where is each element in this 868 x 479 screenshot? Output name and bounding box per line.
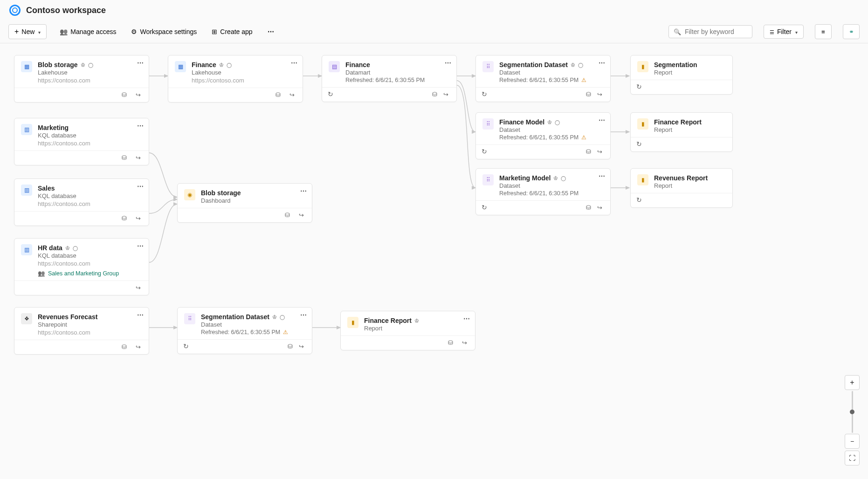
card-blob-dashboard[interactable]: ◉ Blob storage Dashboard (177, 183, 312, 223)
refresh-icon[interactable] (482, 90, 489, 98)
downstream-icon[interactable] (136, 91, 143, 98)
card-finance-report[interactable]: ▮ Finance Report Report (630, 112, 733, 152)
dataset-icon: ⠿ (482, 61, 494, 72)
refresh-icon[interactable] (482, 204, 489, 211)
impact-icon[interactable] (122, 214, 129, 222)
report-icon: ▮ (637, 174, 648, 185)
card-more-button[interactable] (463, 315, 470, 322)
card-revenues-forecast[interactable]: ❖ Revenues Forecast Sharepoint https://c… (14, 307, 149, 355)
downstream-icon[interactable] (136, 343, 143, 350)
impact-icon[interactable] (586, 148, 593, 155)
impact-icon[interactable] (122, 91, 129, 98)
certified-icon (414, 317, 419, 324)
card-url: https://contoso.com (38, 260, 142, 267)
card-segmentation-dataset-2[interactable]: ⠿ Segmentation Dataset Dataset Refreshed… (177, 307, 312, 354)
app-icon (212, 28, 217, 35)
card-finance-lakehouse[interactable]: ▦ Finance Lakehouse https://contoso.com (168, 55, 303, 103)
certified-icon (547, 119, 552, 125)
downstream-icon[interactable] (299, 342, 306, 350)
downstream-icon[interactable] (289, 91, 297, 98)
impact-icon[interactable] (432, 90, 440, 98)
refresh-icon[interactable] (328, 90, 335, 98)
manage-access-button[interactable]: Manage access (58, 25, 118, 38)
impact-icon[interactable] (586, 204, 593, 211)
card-more-button[interactable] (599, 116, 606, 124)
card-more-button[interactable] (137, 242, 144, 250)
card-segmentation-report[interactable]: ▮ Segmentation Report (630, 55, 733, 95)
refresh-icon[interactable] (183, 342, 191, 350)
workspace-settings-button[interactable]: Workspace settings (129, 25, 199, 38)
card-more-button[interactable] (291, 59, 298, 67)
card-more-button[interactable] (300, 187, 307, 195)
downstream-icon[interactable] (136, 214, 143, 222)
card-subtitle: KQL database (38, 252, 142, 259)
card-subtitle: Report (364, 325, 468, 332)
filter-button[interactable]: Filter (764, 25, 804, 39)
card-title: Blob storage (38, 61, 78, 68)
new-button[interactable]: New (8, 24, 47, 39)
card-url: https://contoso.com (38, 200, 142, 207)
downstream-icon[interactable] (136, 154, 143, 161)
zoom-thumb[interactable] (850, 410, 854, 414)
impact-icon[interactable] (122, 154, 129, 161)
downstream-icon[interactable] (597, 90, 605, 98)
zoom-in-button[interactable] (845, 375, 860, 390)
downstream-icon[interactable] (299, 211, 306, 219)
downstream-icon[interactable] (136, 284, 143, 291)
filter-input[interactable] (685, 28, 747, 35)
lineage-view-button[interactable] (843, 24, 860, 39)
lineage-canvas[interactable]: ▦ Blob storage Lakehouse https://contoso… (0, 43, 868, 475)
share-tag[interactable]: Sales and Marketing Group (38, 270, 142, 277)
impact-icon[interactable] (276, 91, 283, 98)
card-title: Revenues Report (654, 174, 708, 182)
zoom-slider[interactable] (852, 391, 853, 433)
zoom-out-button[interactable] (845, 434, 860, 449)
downstream-icon[interactable] (462, 339, 469, 346)
card-marketing-model[interactable]: ⠿ Marketing Model Dataset Refreshed: 6/6… (475, 168, 611, 215)
refresh-icon[interactable] (636, 83, 644, 90)
card-more-button[interactable] (599, 172, 606, 180)
refresh-icon[interactable] (482, 148, 489, 155)
impact-icon[interactable] (122, 343, 129, 350)
impact-icon[interactable] (285, 211, 292, 219)
downstream-icon[interactable] (443, 90, 451, 98)
fit-view-button[interactable] (845, 451, 860, 465)
card-more-button[interactable] (137, 59, 144, 67)
card-more-button[interactable] (137, 183, 144, 190)
impact-icon[interactable] (288, 342, 295, 350)
workspace-logo-icon (9, 5, 21, 16)
card-segmentation-dataset[interactable]: ⠿ Segmentation Dataset Dataset Refreshed… (475, 55, 611, 102)
more-menu-button[interactable] (266, 25, 276, 38)
impact-icon[interactable] (448, 339, 455, 346)
refresh-icon[interactable] (636, 140, 644, 148)
downstream-icon[interactable] (597, 204, 605, 211)
card-more-button[interactable] (599, 59, 606, 67)
card-hr-data[interactable]: ▥ HR data KQL database https://contoso.c… (14, 238, 149, 295)
list-view-button[interactable] (815, 24, 832, 39)
card-marketing[interactable]: ▥ Marketing KQL database https://contoso… (14, 118, 149, 165)
card-revenues-report[interactable]: ▮ Revenues Report Report (630, 168, 733, 208)
workspace-settings-label: Workspace settings (140, 28, 197, 35)
card-finance-datamart[interactable]: ▤ Finance Datamart Refreshed: 6/6/21, 6:… (322, 55, 457, 102)
endorsed-icon (578, 62, 583, 68)
card-sales[interactable]: ▥ Sales KQL database https://contoso.com (14, 178, 149, 226)
card-subtitle: Dataset (499, 126, 604, 133)
card-more-button[interactable] (137, 122, 144, 130)
card-finance-report-2[interactable]: ▮ Finance Report Report (340, 311, 475, 350)
create-app-button[interactable]: Create app (210, 25, 254, 38)
card-more-button[interactable] (300, 311, 307, 319)
filter-search[interactable] (668, 25, 752, 38)
lakehouse-icon: ▦ (175, 61, 186, 72)
card-more-button[interactable] (445, 59, 452, 67)
card-more-button[interactable] (137, 311, 144, 319)
people-icon (60, 28, 68, 35)
card-subtitle: Lakehouse (192, 69, 296, 76)
workspace-title: Contoso workspace (26, 6, 106, 15)
impact-icon[interactable] (586, 90, 593, 98)
card-blob-storage[interactable]: ▦ Blob storage Lakehouse https://contoso… (14, 55, 149, 103)
downstream-icon[interactable] (597, 148, 605, 155)
refresh-icon[interactable] (636, 196, 644, 204)
card-finance-model[interactable]: ⠿ Finance Model Dataset Refreshed: 6/6/2… (475, 112, 611, 159)
endorsed-icon (73, 245, 78, 251)
certified-icon (81, 62, 85, 68)
